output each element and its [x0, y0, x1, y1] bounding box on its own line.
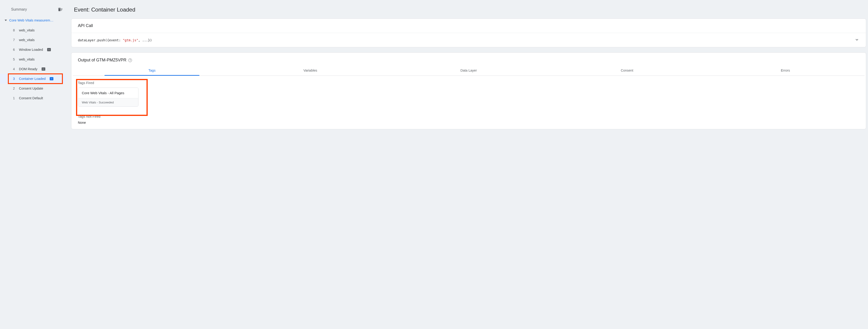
- event-item[interactable]: 5web_vitals: [0, 55, 67, 64]
- event-label: Consent Default: [19, 96, 43, 100]
- event-label: web_vitals: [19, 38, 35, 42]
- delete-sweep-icon[interactable]: [58, 7, 63, 12]
- event-number: 8: [12, 28, 15, 32]
- event-item[interactable]: 4DOM Ready‹›: [0, 64, 67, 74]
- api-call-card: API Call dataLayer.push({event: "gtm.js"…: [71, 19, 866, 47]
- page-title: Event: Container Loaded: [74, 6, 866, 13]
- event-number: 1: [12, 96, 15, 100]
- event-item[interactable]: 1Consent Default: [0, 93, 67, 103]
- tab-data-layer[interactable]: Data Layer: [390, 65, 548, 75]
- code-pre: dataLayer.push({event:: [78, 38, 123, 42]
- event-item[interactable]: 3Container Loaded‹›: [0, 74, 67, 84]
- code-icon: ‹›: [47, 48, 51, 51]
- fired-tag-title: Core Web Vitals - All Pages: [78, 88, 138, 98]
- event-number: 5: [12, 58, 15, 61]
- fired-tags-list: Core Web Vitals - All PagesWeb Vitals - …: [78, 88, 860, 107]
- code-post: , ...}): [138, 38, 152, 42]
- fired-tag-sub: Web Vitals - Succeeded: [78, 98, 138, 106]
- event-item[interactable]: 6Window Loaded‹›: [0, 45, 67, 55]
- sidebar-header: Summary: [0, 5, 69, 16]
- event-label: web_vitals: [19, 28, 35, 32]
- tags-not-fired-label: Tags Not Fired: [78, 114, 860, 119]
- tags-not-fired-none: None: [78, 121, 860, 125]
- main-content: Event: Container Loaded API Call dataLay…: [69, 0, 868, 329]
- chevron-down-icon[interactable]: [855, 37, 860, 43]
- tab-consent[interactable]: Consent: [548, 65, 706, 75]
- tabs: TagsVariablesData LayerConsentErrors: [73, 65, 865, 76]
- output-title: Output of GTM-PMZ5VPR: [78, 58, 126, 63]
- code-icon: ‹›: [41, 67, 45, 71]
- event-label: DOM Ready: [19, 67, 37, 71]
- caret-down-icon: [5, 20, 7, 21]
- event-item[interactable]: 7web_vitals: [0, 35, 67, 45]
- event-number: 4: [12, 67, 15, 71]
- tab-tags[interactable]: Tags: [73, 65, 231, 75]
- event-item[interactable]: 8web_vitals: [0, 25, 67, 35]
- event-list: 8web_vitals7web_vitals6Window Loaded‹›5w…: [0, 25, 69, 104]
- event-number: 7: [12, 38, 15, 42]
- event-item[interactable]: 2Consent Update: [0, 84, 67, 93]
- code-string: "gtm.js": [123, 38, 138, 42]
- tab-errors[interactable]: Errors: [706, 65, 865, 75]
- sidebar-group-toggle[interactable]: Core Web Vitals measurem…: [0, 16, 69, 25]
- event-number: 2: [12, 87, 15, 90]
- output-header: Output of GTM-PMZ5VPR ?: [71, 53, 866, 65]
- event-label: Container Loaded: [19, 77, 45, 80]
- tags-fired-label: Tags Fired: [78, 81, 860, 85]
- code-icon: ‹›: [50, 77, 53, 80]
- event-label: web_vitals: [19, 58, 35, 61]
- api-call-row[interactable]: dataLayer.push({event: "gtm.js", ...}): [71, 33, 866, 47]
- api-call-code: dataLayer.push({event: "gtm.js", ...}): [78, 38, 152, 42]
- tags-fired-highlight: Tags Fired Core Web Vitals - All PagesWe…: [76, 79, 861, 110]
- output-card: Output of GTM-PMZ5VPR ? TagsVariablesDat…: [71, 53, 866, 129]
- event-label: Consent Update: [19, 87, 43, 90]
- summary-title: Summary: [11, 7, 27, 11]
- group-title: Core Web Vitals measurem…: [9, 19, 53, 22]
- api-call-header: API Call: [71, 19, 866, 33]
- event-label: Window Loaded: [19, 48, 43, 52]
- tab-variables[interactable]: Variables: [231, 65, 390, 75]
- event-number: 3: [12, 77, 15, 80]
- fired-tag-card[interactable]: Core Web Vitals - All PagesWeb Vitals - …: [78, 88, 138, 107]
- help-icon[interactable]: ?: [128, 58, 132, 62]
- sidebar: Summary Core Web Vitals measurem… 8web_v…: [0, 0, 69, 329]
- event-number: 6: [12, 48, 15, 52]
- tags-section: Tags Fired Core Web Vitals - All PagesWe…: [71, 76, 866, 127]
